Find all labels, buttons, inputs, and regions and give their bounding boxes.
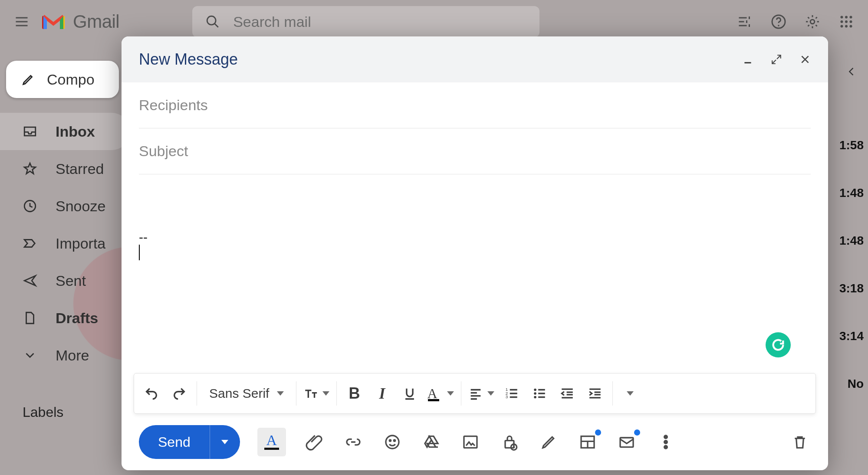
separator [461,381,461,406]
settings-icon[interactable] [805,14,820,29]
caret-down-icon [277,391,284,396]
send-label[interactable]: Send [139,425,210,459]
svg-point-2 [778,25,779,26]
layout-button[interactable] [577,431,598,453]
insert-emoji-button[interactable] [381,431,403,453]
gmail-wordmark: Gmail [73,11,119,32]
undo-button[interactable] [138,380,165,406]
subject-row[interactable] [139,128,811,174]
collapse-side-panel[interactable] [829,56,864,87]
bulleted-list-button[interactable] [526,380,553,406]
letter-a-icon: A [266,435,277,446]
caret-down-icon [322,391,329,396]
compose-title: New Message [139,50,238,69]
text-color-button[interactable]: A [424,380,457,406]
more-format-button[interactable] [616,380,644,406]
mail-time: No [829,360,864,408]
toggle-format-toolbar-button[interactable]: A [257,428,286,456]
help-icon[interactable] [771,14,786,29]
insert-link-button[interactable] [342,431,364,453]
sidebar-item-sent[interactable]: Sent [0,262,130,299]
compose-action-bar: Send A [122,414,828,470]
menu-icon[interactable] [14,14,30,29]
separator [296,381,296,406]
svg-point-6 [850,16,852,19]
recipients-row[interactable] [139,82,811,128]
chevron-left-icon [845,66,858,78]
svg-point-9 [850,20,852,23]
svg-point-22 [394,440,395,441]
font-size-select[interactable] [300,380,333,406]
google-apps-icon[interactable] [838,14,854,29]
sidebar-item-important[interactable]: Importa [0,225,130,262]
clock-icon [23,199,37,213]
indent-less-button[interactable] [553,380,581,406]
discard-draft-button[interactable] [789,431,811,453]
lock-clock-icon [501,433,518,451]
svg-rect-27 [620,438,633,447]
file-icon [23,311,37,325]
labels-header: Labels [0,404,130,420]
send-more-button[interactable] [210,425,240,459]
compose-titlebar[interactable]: New Message [122,36,828,82]
popout-collapse-icon[interactable] [771,54,782,65]
mail-plus-button[interactable] [616,431,638,453]
subject-input[interactable] [139,143,811,160]
compose-button[interactable]: Compo [6,61,119,98]
svg-point-0 [207,16,216,25]
indent-more-button[interactable] [581,380,609,406]
svg-point-19 [534,396,536,399]
svg-point-5 [845,16,848,19]
mail-time: 3:18 [829,265,864,312]
underline-button[interactable] [396,380,424,406]
compose-window: New Message -- Sans Serif [122,36,828,470]
confidential-mode-button[interactable] [499,431,520,453]
search-bar[interactable]: Search mail [192,6,539,37]
close-icon[interactable] [799,54,811,65]
link-icon [345,433,362,451]
svg-point-11 [845,25,848,28]
svg-point-29 [664,441,667,444]
text-cursor [139,245,811,261]
sidebar-item-drafts[interactable]: Drafts [0,299,130,337]
attach-file-button[interactable] [303,431,325,453]
compose-body[interactable]: -- [122,174,828,373]
grammarly-badge[interactable] [766,332,791,357]
minimize-icon[interactable] [742,54,753,65]
insert-signature-button[interactable] [538,431,559,453]
underline-bar [264,448,279,450]
bulleted-list-icon [532,386,547,401]
separator [336,381,337,406]
sidebar-item-starred[interactable]: Starred [0,150,130,187]
svg-rect-23 [464,436,477,448]
star-icon [23,161,37,176]
italic-button[interactable]: I [368,380,396,406]
font-name: Sans Serif [209,386,269,401]
trash-icon [791,433,809,451]
send-button[interactable]: Send [139,425,240,459]
align-button[interactable] [465,380,498,406]
sidebar-item-more[interactable]: More [0,337,130,374]
search-options-icon[interactable] [737,14,753,29]
caret-down-icon [447,391,454,396]
search-placeholder: Search mail [233,13,311,30]
redo-button[interactable] [165,380,193,406]
compose-label: Compo [47,71,95,88]
more-options-button[interactable] [655,431,677,453]
insert-photo-button[interactable] [460,431,481,453]
insert-drive-button[interactable] [421,431,442,453]
gmail-logo[interactable]: Gmail [42,11,119,32]
svg-point-18 [534,392,536,395]
bold-button[interactable]: B [340,380,368,406]
indent-less-icon [560,386,575,401]
important-icon [23,236,37,251]
svg-point-17 [534,389,536,391]
sidebar-item-label: Sent [56,272,86,289]
recipients-input[interactable] [139,97,811,114]
numbered-list-button[interactable]: 123 [498,380,526,406]
header-actions [737,14,854,29]
sidebar-item-inbox[interactable]: Inbox [0,113,130,150]
sidebar-item-label: Starred [56,161,104,177]
font-family-select[interactable]: Sans Serif [201,380,293,406]
sidebar-item-snoozed[interactable]: Snooze [0,187,130,225]
